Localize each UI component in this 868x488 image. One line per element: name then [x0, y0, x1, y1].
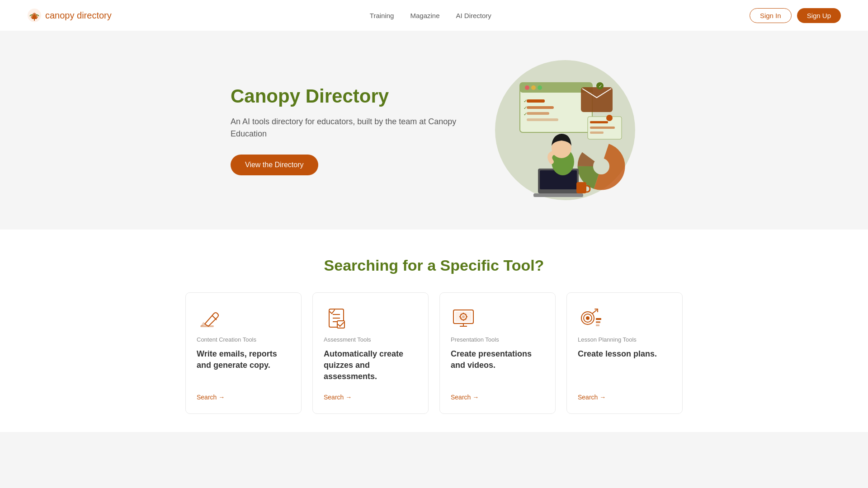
svg-text:✓: ✓ — [524, 99, 527, 103]
logo-text: canopy directory — [45, 10, 112, 21]
card-4-description: Create lesson plans. — [578, 348, 671, 383]
cards-grid: Content Creation Tools Write emails, rep… — [185, 292, 683, 414]
svg-rect-59 — [596, 321, 600, 323]
hero-subtitle: An AI tools directory for educators, bui… — [231, 116, 457, 140]
card-3-description: Create presentations and videos. — [451, 348, 544, 383]
svg-rect-19 — [590, 121, 608, 123]
card-1-search-link[interactable]: Search → — [197, 394, 290, 401]
svg-point-5 — [525, 85, 529, 90]
view-directory-button[interactable]: View the Directory — [231, 155, 318, 175]
svg-point-56 — [586, 316, 590, 320]
card-1-description: Write emails, reports and generate copy. — [197, 348, 290, 383]
svg-rect-32 — [576, 182, 586, 193]
svg-text:✓: ✓ — [599, 84, 602, 89]
content-creation-icon — [197, 305, 222, 331]
svg-point-7 — [538, 85, 542, 90]
svg-line-33 — [212, 315, 217, 320]
svg-rect-21 — [590, 131, 604, 134]
card-3-category: Presentation Tools — [451, 336, 544, 343]
hero-svg: ✓ ✓ ✓ ✓ — [493, 58, 637, 202]
nav-links: Training Magazine AI Directory — [370, 12, 491, 19]
card-presentation: Presentation Tools Create presentations … — [439, 292, 556, 414]
card-4-search-link[interactable]: Search → — [578, 394, 671, 401]
navbar: canopy directory Training Magazine AI Di… — [0, 0, 868, 31]
svg-rect-29 — [533, 193, 583, 197]
hero-content: Canopy Directory An AI tools directory f… — [231, 85, 457, 175]
svg-rect-20 — [590, 127, 615, 129]
svg-point-43 — [462, 315, 465, 318]
nav-training[interactable]: Training — [370, 12, 394, 19]
assessment-icon — [324, 305, 349, 331]
svg-rect-8 — [527, 99, 545, 103]
hero-section: Canopy Directory An AI tools directory f… — [0, 31, 868, 230]
card-4-category: Lesson Planning Tools — [578, 336, 671, 343]
svg-text:✓: ✓ — [524, 112, 527, 117]
svg-text:✓: ✓ — [524, 105, 527, 110]
card-2-description: Automatically create quizzes and assessm… — [324, 348, 417, 383]
presentation-icon — [451, 305, 476, 331]
search-section: Searching for a Specific Tool? Content C… — [0, 230, 868, 432]
svg-point-26 — [593, 158, 609, 174]
nav-actions: Sign In Sign Up — [750, 8, 841, 23]
svg-rect-58 — [596, 318, 601, 320]
svg-rect-11 — [527, 118, 558, 121]
search-section-title: Searching for a Specific Tool? — [72, 257, 796, 274]
svg-rect-10 — [527, 112, 549, 115]
card-3-search-link[interactable]: Search → — [451, 394, 544, 401]
card-2-search-link[interactable]: Search → — [324, 394, 417, 401]
svg-rect-60 — [596, 324, 599, 326]
hero-illustration: ✓ ✓ ✓ ✓ — [493, 58, 637, 202]
svg-point-6 — [531, 85, 536, 90]
svg-rect-9 — [527, 106, 554, 109]
card-content-creation: Content Creation Tools Write emails, rep… — [185, 292, 302, 414]
signup-button[interactable]: Sign Up — [797, 8, 841, 23]
card-1-category: Content Creation Tools — [197, 336, 290, 343]
hero-title: Canopy Directory — [231, 85, 457, 108]
lesson-planning-icon — [578, 305, 603, 331]
svg-rect-1 — [34, 18, 35, 21]
svg-rect-34 — [200, 325, 214, 327]
logo-icon — [27, 8, 42, 23]
card-lesson-planning: Lesson Planning Tools Create lesson plan… — [566, 292, 683, 414]
svg-point-22 — [606, 115, 613, 121]
card-assessment: Assessment Tools Automatically create qu… — [312, 292, 429, 414]
card-2-category: Assessment Tools — [324, 336, 417, 343]
nav-ai-directory[interactable]: AI Directory — [456, 12, 491, 19]
signin-button[interactable]: Sign In — [750, 8, 792, 23]
svg-line-57 — [592, 310, 597, 314]
nav-magazine[interactable]: Magazine — [410, 12, 439, 19]
logo-link[interactable]: canopy directory — [27, 8, 112, 23]
